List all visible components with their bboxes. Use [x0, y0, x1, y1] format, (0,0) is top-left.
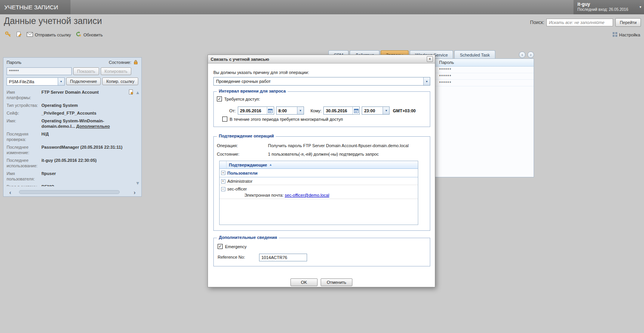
- accounts-page: УЧЕТНЫЕ ЗАПИСИ it-guy Последний вход: 26…: [0, 0, 644, 333]
- approver-row[interactable]: − sec-officer Электронная почта: sec-off…: [220, 185, 418, 199]
- status-label: Состояние:: [217, 152, 239, 156]
- property-label: Тип устройства:: [7, 103, 40, 108]
- dropdown-arrow-icon[interactable]: ▼: [383, 107, 389, 114]
- horizontal-scrollbar[interactable]: ‹ ›: [4, 188, 141, 196]
- dropdown-arrow-icon[interactable]: ▼: [58, 78, 64, 85]
- vertical-scrollbar[interactable]: ▲ ▼: [135, 89, 141, 186]
- multiple-access-checkbox[interactable]: [222, 117, 227, 122]
- multiple-access-label: В течение этого периода требуется многок…: [230, 117, 343, 122]
- property-row: Сейф: _Privileged_FTP_Accounts: [7, 110, 134, 116]
- copy-link-button[interactable]: Копир. ссылку: [102, 77, 138, 85]
- emergency-row: ✓ Emergency: [218, 244, 247, 249]
- approvers-grid: Подтверждающие ▲ − Пользователи + Admini…: [219, 161, 418, 225]
- settings-button[interactable]: Настройка: [613, 32, 640, 38]
- scroll-right-icon[interactable]: ›: [134, 189, 136, 195]
- search-input[interactable]: [546, 19, 613, 26]
- to-time-select[interactable]: 23:00 ▼: [362, 106, 390, 115]
- ok-button[interactable]: OK: [290, 278, 318, 286]
- tab-scroll-left-icon[interactable]: ‹: [519, 51, 526, 58]
- platform-details-icon[interactable]: [129, 89, 134, 95]
- dropdown-arrow-icon[interactable]: ▼: [297, 107, 304, 114]
- settings-grid-icon: [613, 32, 617, 38]
- reference-label: Reference No:: [218, 255, 245, 259]
- approver-name: sec-officer: [227, 187, 247, 191]
- from-label: От:: [229, 108, 236, 113]
- emergency-checkbox[interactable]: ✓: [218, 244, 223, 249]
- connection-value: PSM-FileZilla: [7, 79, 58, 84]
- scroll-up-icon[interactable]: ▲: [135, 90, 141, 95]
- key-icon: [5, 31, 11, 38]
- reason-label: Вы должны указать причину для этой опера…: [213, 70, 309, 75]
- calendar-icon[interactable]: [352, 107, 359, 114]
- property-row: Последняя проверка: Н/Д: [7, 131, 134, 142]
- tab-scroll-right-icon[interactable]: ›: [527, 51, 534, 58]
- from-time-value: 8:00: [276, 108, 297, 113]
- expand-icon[interactable]: +: [221, 179, 225, 184]
- approvers-grid-header[interactable]: Подтверждающие ▲: [220, 161, 418, 169]
- from-date-field[interactable]: 29.05.2016: [238, 106, 274, 115]
- approver-email-link[interactable]: sec-officer@demo.local: [285, 193, 329, 197]
- dialog-title-bar[interactable]: Связать с учетной записью ×: [208, 55, 435, 64]
- timezone-label: GMT+03:00: [393, 108, 416, 113]
- property-label: Сейф:: [7, 110, 40, 116]
- password-key-button[interactable]: [5, 31, 11, 38]
- password-panel: Пароль Состояние: Показать Копировать PS…: [3, 57, 142, 197]
- password-field[interactable]: [7, 67, 72, 75]
- to-date-field[interactable]: 30.05.2016: [323, 106, 360, 115]
- top-bar: УЧЕТНЫЕ ЗАПИСИ it-guy Последний вход: 26…: [0, 0, 644, 14]
- edit-account-button[interactable]: [16, 31, 22, 38]
- scrollbar-thumb[interactable]: [19, 190, 120, 194]
- calendar-icon[interactable]: [267, 107, 274, 114]
- collapse-icon[interactable]: −: [221, 187, 225, 191]
- additional-info-group: Дополнительные сведения ✓ Emergency Refe…: [213, 238, 430, 266]
- property-label: Имя платформы:: [7, 89, 40, 100]
- multiple-access-row: В течение этого периода требуется многок…: [222, 117, 343, 122]
- property-row: Тип устройства: Operating System: [7, 103, 134, 108]
- app-title: УЧЕТНЫЕ ЗАПИСИ: [0, 0, 70, 14]
- reason-select[interactable]: Проведение срочных работ ▼: [213, 77, 430, 86]
- username: it-guy: [577, 2, 635, 7]
- chevron-down-icon[interactable]: ▾: [639, 5, 641, 9]
- send-link-button[interactable]: Отправить ссылку: [27, 32, 71, 38]
- user-menu[interactable]: it-guy Последний вход: 26.05.2016 ▾: [574, 0, 644, 14]
- refresh-button[interactable]: Обновить: [76, 31, 103, 38]
- close-icon[interactable]: ×: [427, 56, 433, 62]
- emergency-label: Emergency: [225, 244, 247, 249]
- envelope-icon: [27, 32, 33, 38]
- connect-button[interactable]: Подключение: [66, 77, 101, 85]
- operation-label: Операция:: [217, 143, 238, 148]
- property-value: Operating System-WinDomain-domain.demo.l…: [41, 118, 134, 129]
- date-range-row: От: 29.05.2016 8:00 ▼ Кому: 30.05.2016 2…: [214, 106, 430, 115]
- property-row: Имя пользователя: ftpuser: [7, 171, 134, 182]
- property-label: Последняя проверка:: [7, 131, 40, 142]
- to-label: Кому:: [311, 108, 322, 113]
- connection-select[interactable]: PSM-FileZilla ▼: [7, 77, 65, 86]
- collapse-icon[interactable]: −: [221, 171, 225, 175]
- link-account-dialog: Связать с учетной записью × Вы должны ук…: [208, 55, 435, 287]
- copy-password-button[interactable]: Копировать: [101, 67, 131, 75]
- email-label: Электронная почта:: [244, 193, 283, 197]
- approver-row[interactable]: + Administrator: [220, 177, 418, 185]
- scroll-down-icon[interactable]: ▼: [135, 181, 141, 185]
- property-row: Последнее изменение: PasswordManager (20…: [7, 144, 134, 155]
- access-required-label: Требуется доступ:: [224, 97, 260, 101]
- check-icon: ✓: [218, 97, 221, 101]
- cancel-button[interactable]: Отменить: [321, 278, 352, 286]
- property-row: Вход в систему DEMO: [7, 184, 134, 186]
- more-link[interactable]: Дополнительно: [76, 124, 110, 129]
- access-required-checkbox[interactable]: ✓: [217, 96, 222, 101]
- go-button[interactable]: Перейти: [615, 18, 641, 27]
- scrollbar-track[interactable]: [14, 190, 131, 194]
- tab-scheduled-task[interactable]: Scheduled Task: [454, 50, 495, 59]
- reference-input[interactable]: [259, 254, 307, 261]
- scroll-left-icon[interactable]: ‹: [9, 189, 11, 195]
- from-time-select[interactable]: 8:00 ▼: [276, 106, 304, 115]
- to-date-value: 30.05.2016: [324, 108, 352, 113]
- state-lock-icon: [133, 60, 138, 65]
- show-password-button[interactable]: Показать: [73, 67, 99, 75]
- status-value: 1 пользователь(-я,-ей) должен(-ны) подтв…: [268, 152, 379, 156]
- confirmers-column-header[interactable]: Подтверждающие ▲: [227, 161, 418, 168]
- search-area: Поиск: Перейти: [530, 18, 641, 27]
- users-group-row[interactable]: − Пользователи: [220, 169, 418, 177]
- dropdown-arrow-icon[interactable]: ▼: [423, 77, 430, 85]
